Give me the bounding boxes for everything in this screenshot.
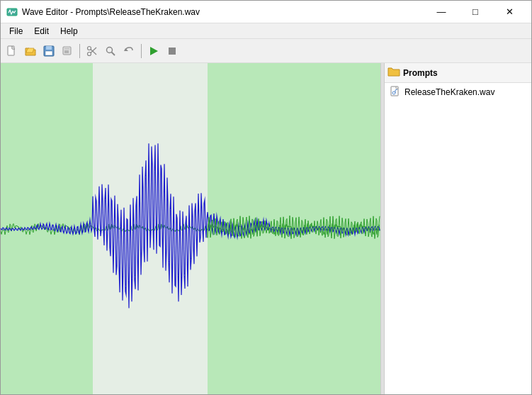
- toolbar: [1, 39, 531, 63]
- toolbar-separator-1: [79, 44, 80, 58]
- tree-header-label: Prompts: [403, 68, 438, 78]
- toolbar-separator-2: [141, 44, 142, 58]
- toolbar-find-button[interactable]: [102, 43, 119, 60]
- toolbar-undo-button[interactable]: [120, 43, 137, 60]
- main-content: Prompts ReleaseTheKraken.wav: [1, 63, 531, 394]
- close-button[interactable]: ✕: [493, 1, 526, 23]
- svg-rect-7: [64, 47, 69, 50]
- menu-bar: File Edit Help: [1, 23, 531, 39]
- toolbar-play-button[interactable]: [145, 43, 162, 60]
- waveform-canvas: [1, 63, 380, 394]
- svg-rect-5: [45, 51, 52, 55]
- title-bar: Wave Editor - Prompts\ReleaseTheKraken.w…: [1, 1, 531, 23]
- file-tree-panel: Prompts ReleaseTheKraken.wav: [384, 63, 531, 394]
- maximize-button[interactable]: □: [459, 1, 492, 23]
- minimize-button[interactable]: —: [425, 1, 458, 23]
- menu-file[interactable]: File: [4, 25, 28, 38]
- svg-point-11: [88, 46, 91, 50]
- tree-body: ReleaseTheKraken.wav: [385, 83, 531, 101]
- svg-line-15: [112, 52, 115, 55]
- toolbar-cut-button[interactable]: [84, 43, 101, 60]
- svg-point-14: [107, 47, 113, 52]
- svg-marker-17: [150, 47, 158, 55]
- menu-edit[interactable]: Edit: [28, 25, 55, 38]
- tree-header: Prompts: [385, 63, 531, 83]
- toolbar-save-all-button[interactable]: [59, 43, 76, 60]
- tree-item-label: ReleaseTheKraken.wav: [404, 87, 494, 97]
- app-icon: [6, 6, 18, 18]
- toolbar-stop-button[interactable]: [164, 43, 181, 60]
- wave-panel[interactable]: [1, 63, 380, 394]
- svg-rect-4: [46, 46, 52, 50]
- folder-icon: [387, 66, 400, 79]
- window-controls: — □ ✕: [425, 1, 526, 23]
- toolbar-new-button[interactable]: [4, 43, 21, 60]
- audio-file-icon: [390, 86, 402, 99]
- svg-rect-18: [169, 48, 176, 55]
- tree-item-release-kraken[interactable]: ReleaseTheKraken.wav: [385, 84, 531, 100]
- main-window: Wave Editor - Prompts\ReleaseTheKraken.w…: [0, 0, 532, 395]
- menu-help[interactable]: Help: [55, 25, 84, 38]
- window-title: Wave Editor - Prompts\ReleaseTheKraken.w…: [22, 7, 425, 17]
- toolbar-save-button[interactable]: [40, 43, 57, 60]
- svg-point-10: [88, 52, 91, 55]
- toolbar-open-button[interactable]: [22, 43, 39, 60]
